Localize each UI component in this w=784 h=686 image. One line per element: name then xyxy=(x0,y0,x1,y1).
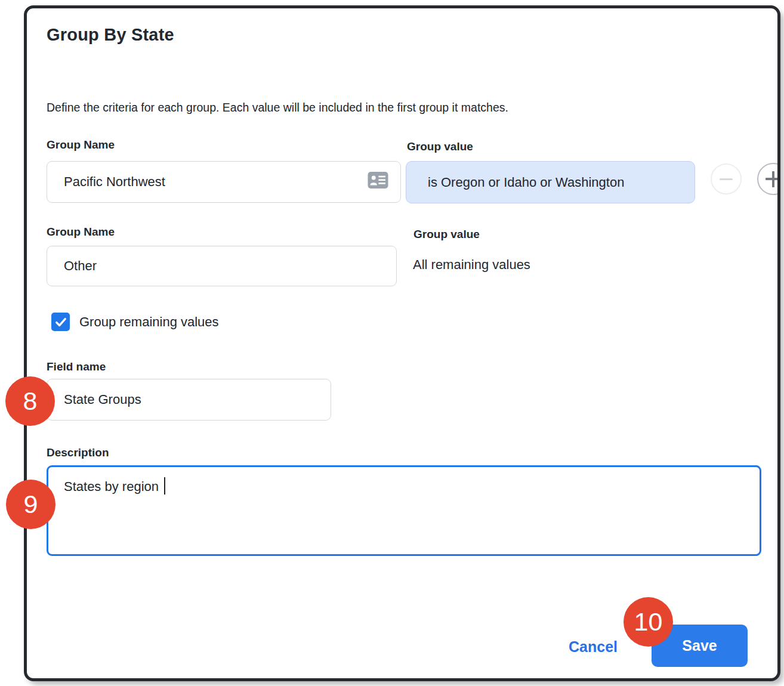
group-value-chip[interactable]: is Oregon or Idaho or Washington xyxy=(406,161,695,203)
group-value-label-2: Group value xyxy=(413,228,480,241)
group-remaining-values-row: Group remaining values xyxy=(51,313,219,331)
group-remaining-checkbox-label: Group remaining values xyxy=(79,314,219,330)
group-name-label-2: Group Name xyxy=(47,225,115,239)
minus-icon xyxy=(720,178,733,180)
field-name-label: Field name xyxy=(47,360,106,373)
group-name-input-1[interactable]: Pacific Northwest xyxy=(47,161,401,203)
cancel-button[interactable]: Cancel xyxy=(569,638,618,656)
dialog-intro-text: Define the criteria for each group. Each… xyxy=(47,101,508,115)
description-textarea[interactable]: States by region xyxy=(47,465,761,556)
description-label: Description xyxy=(47,446,109,459)
contact-card-icon xyxy=(368,172,388,193)
group-value-label-1: Group value xyxy=(407,140,473,153)
remaining-values-text: All remaining values xyxy=(413,257,530,273)
group-name-value-1: Pacific Northwest xyxy=(64,174,165,190)
step-badge-9: 9 xyxy=(6,480,55,529)
group-value-chip-text: is Oregon or Idaho or Washington xyxy=(428,175,624,190)
group-remaining-checkbox[interactable] xyxy=(51,313,70,331)
add-group-button[interactable] xyxy=(757,163,780,195)
group-name-value-2: Other xyxy=(64,258,97,274)
step-badge-10: 10 xyxy=(624,597,673,647)
group-name-input-2[interactable]: Other xyxy=(47,246,397,286)
group-by-state-dialog: Group By State Define the criteria for e… xyxy=(24,5,780,681)
field-name-value: State Groups xyxy=(64,392,141,407)
step-badge-8: 8 xyxy=(5,376,55,426)
checkmark-icon xyxy=(54,315,68,329)
description-value: States by region xyxy=(64,479,159,494)
remove-group-button[interactable] xyxy=(711,163,742,194)
group-name-label-1: Group Name xyxy=(47,138,115,152)
plus-icon xyxy=(766,171,781,187)
dialog-title: Group By State xyxy=(47,25,174,45)
field-name-input[interactable]: State Groups xyxy=(47,379,331,421)
text-cursor xyxy=(164,477,166,495)
